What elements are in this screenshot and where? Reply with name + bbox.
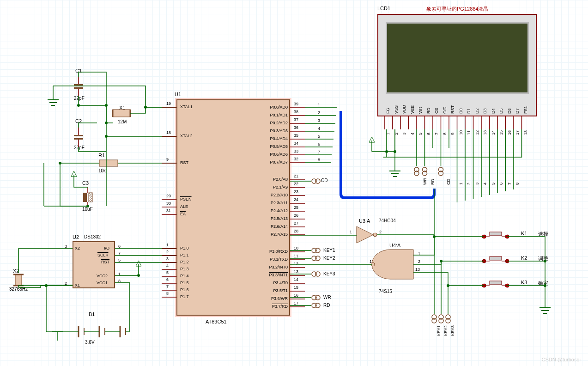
lcd-pin-name: VEE bbox=[410, 105, 415, 114]
u1-right-pin-num: 17 bbox=[294, 301, 298, 305]
lcd-data-label: 7 bbox=[507, 183, 512, 185]
net-cd: CD bbox=[321, 178, 327, 183]
u1-right-pin-name: P3.5/T1 bbox=[260, 288, 288, 293]
key-k2[interactable] bbox=[482, 256, 509, 263]
u4-pin-out: 12 bbox=[370, 259, 374, 264]
u1-right-pin-num: 14 bbox=[294, 277, 298, 282]
u1-left-pin-name: XTAL2 bbox=[180, 134, 193, 138]
u1-right-pin-num: 38 bbox=[294, 110, 298, 114]
lcd-pin-name: D3 bbox=[483, 108, 487, 114]
svg-point-36 bbox=[144, 106, 147, 109]
svg-point-34 bbox=[105, 122, 108, 124]
svg-rect-1 bbox=[74, 87, 83, 89]
b1-val: 3.6V bbox=[85, 340, 95, 345]
vcc-c3 bbox=[71, 171, 77, 185]
lcd-pin-num: 3 bbox=[402, 133, 406, 135]
u1-right-pin-num: 24 bbox=[294, 197, 298, 202]
u1-left-pin-num: 7 bbox=[166, 284, 169, 289]
u3-ref: U3:A bbox=[359, 218, 370, 224]
lcd-ref: LCD1 bbox=[377, 6, 390, 11]
u1-right-pin-num: 13 bbox=[294, 269, 298, 274]
u3-part: 74HC04 bbox=[379, 218, 396, 223]
svg-point-90 bbox=[315, 303, 320, 308]
u2-n-sclk: 7 bbox=[118, 251, 121, 256]
u1-right-pin-num: 34 bbox=[294, 141, 298, 146]
u1-left-pin-num: 31 bbox=[166, 208, 171, 213]
svg-rect-0 bbox=[74, 84, 83, 85]
u1-right-pin-name: P2.4/A12 bbox=[260, 208, 288, 213]
lcd-pin-num: 13 bbox=[483, 130, 487, 135]
r1-ref: R1 bbox=[98, 152, 105, 158]
u2-n-vcc1: 8 bbox=[118, 279, 121, 283]
u2-rst-label: RST bbox=[101, 260, 109, 264]
svg-point-128 bbox=[505, 284, 509, 287]
u2-x2-label: X2 bbox=[75, 246, 80, 250]
lcd-pin-num: 8 bbox=[443, 133, 447, 135]
u1-left-pin-num: 3 bbox=[166, 256, 169, 261]
c3-symbol bbox=[83, 187, 92, 207]
u1-left-pin-num: 9 bbox=[166, 157, 169, 162]
svg-point-138 bbox=[432, 318, 436, 323]
u2-n-x2: 3 bbox=[65, 244, 67, 249]
svg-point-115 bbox=[439, 167, 443, 172]
ground-lcd-left bbox=[389, 157, 400, 177]
lcd-pin-name: WR bbox=[418, 107, 423, 114]
lcd-pin-num: 9 bbox=[450, 133, 455, 135]
u1-left-pin-num: 1 bbox=[166, 243, 169, 247]
u1-left-pin-num: 2 bbox=[166, 250, 169, 254]
watermark: CSDN @turbosqi bbox=[541, 357, 581, 362]
bus-num: 8 bbox=[318, 158, 320, 162]
c1-ref: C1 bbox=[75, 68, 82, 73]
b1-ref: B1 bbox=[89, 311, 95, 317]
lcd-pin-num: 12 bbox=[475, 130, 479, 135]
lcd-pin-num: 18 bbox=[523, 130, 528, 135]
u1-left-pin-name: RST bbox=[180, 160, 188, 165]
u1-right-pin-name: P3.1/TXD bbox=[260, 257, 288, 262]
lcd-screen bbox=[386, 22, 529, 94]
lcd-data-label: 2 bbox=[467, 183, 471, 185]
u4-part: 74S15 bbox=[379, 289, 392, 294]
u4-ref: U4:A bbox=[389, 243, 400, 248]
lcd-data-label: 6 bbox=[499, 183, 503, 185]
lcd-pin-name: C/D bbox=[443, 107, 447, 114]
key-k3[interactable] bbox=[482, 281, 509, 287]
svg-point-136 bbox=[447, 284, 449, 287]
x1-symbol bbox=[113, 110, 130, 117]
lcd-pin-num: 10 bbox=[459, 130, 463, 135]
c1-val: 22pF bbox=[74, 96, 85, 101]
u1-left-pin-num: 8 bbox=[166, 291, 169, 296]
u2-vcc1-label: VCC1 bbox=[97, 281, 108, 285]
svg-point-114 bbox=[423, 171, 427, 176]
u2-x1-label: X1 bbox=[75, 283, 80, 287]
k2-label: 调整 bbox=[538, 255, 548, 262]
u1-right-pin-num: 12 bbox=[294, 262, 298, 266]
vcc-u2 bbox=[136, 261, 141, 275]
bus-num: 4 bbox=[318, 126, 320, 131]
svg-rect-5 bbox=[89, 193, 92, 202]
svg-point-83 bbox=[312, 256, 316, 261]
svg-point-89 bbox=[312, 303, 316, 308]
lcd-data-label: 3 bbox=[475, 183, 479, 185]
lcd-net-wr: WR bbox=[423, 178, 427, 185]
svg-point-84 bbox=[315, 256, 320, 261]
key-k1[interactable] bbox=[482, 232, 509, 238]
lcd-data-label: 1 bbox=[459, 183, 463, 185]
u1-right-pin-num: 23 bbox=[294, 189, 298, 194]
u1-right-pin-name: P0.4/AD4 bbox=[260, 136, 288, 141]
svg-point-142 bbox=[446, 318, 450, 323]
c3-ref: C3 bbox=[82, 180, 89, 186]
lcd-pin-name: D7 bbox=[515, 108, 520, 114]
lcd-pin-num: 11 bbox=[467, 130, 471, 135]
net-key1: KEY1 bbox=[323, 248, 335, 253]
u1-left-pin-num: 5 bbox=[166, 270, 169, 275]
svg-point-88 bbox=[315, 295, 320, 300]
x2-val: 32768Hz bbox=[9, 287, 28, 292]
net-key3: KEY3 bbox=[323, 271, 335, 276]
u1-left-pin-name: P1.3 bbox=[180, 267, 189, 271]
lcd-note: 象素可寻址的PG12864液晶 bbox=[426, 6, 488, 12]
svg-point-33 bbox=[105, 104, 108, 107]
k1-label: 选择 bbox=[538, 231, 548, 238]
lcd-pin-num: 17 bbox=[515, 130, 520, 135]
u1-left-pin-name: ALE bbox=[180, 204, 188, 209]
lcd-pin-num: 1 bbox=[386, 133, 390, 135]
